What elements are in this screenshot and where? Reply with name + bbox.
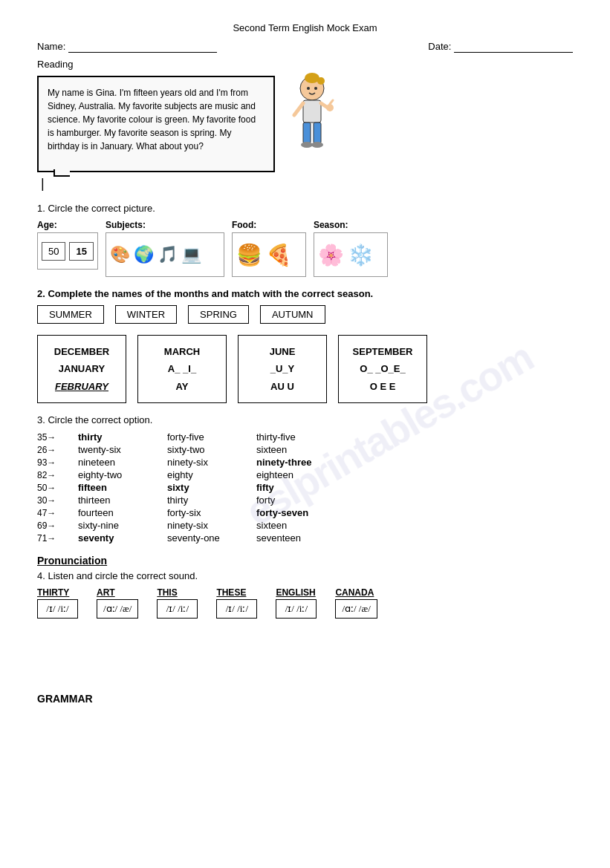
opt-47-2[interactable]: forty-six bbox=[167, 507, 256, 518]
opt-50-2[interactable]: sixty bbox=[167, 482, 256, 493]
sound-box-english[interactable]: /ɪ/ /iː/ bbox=[276, 599, 317, 619]
sound-box-this[interactable]: /ɪ/ /iː/ bbox=[157, 599, 198, 619]
season-container: 🌸 ❄️ bbox=[314, 232, 388, 277]
opt-71-1[interactable]: seventy bbox=[78, 532, 167, 544]
svg-line-9 bbox=[330, 100, 333, 104]
num-30: 30→ bbox=[37, 495, 78, 506]
opt-50-3[interactable]: fifty bbox=[256, 482, 274, 493]
month-april: A_ _I_ bbox=[149, 360, 215, 377]
month-jan: JANUARY bbox=[49, 360, 114, 377]
pictures-row: Age: 50 15 Subjects: 🎨 🌍 🎵 💻 Food: 🍔 🍕 bbox=[37, 220, 573, 277]
opt-82-3[interactable]: eighteen bbox=[256, 469, 293, 480]
reading-area: My name is Gina. I'm fifteen years old a… bbox=[37, 76, 573, 192]
month-group-2: MARCH A_ _I_ AY bbox=[137, 335, 227, 403]
seasons-row: SUMMER WINTER SPRING AUTUMN bbox=[37, 305, 573, 324]
name-field[interactable] bbox=[68, 41, 217, 53]
opt-71-2[interactable]: seventy-one bbox=[167, 532, 256, 544]
svg-line-6 bbox=[294, 103, 303, 115]
opt-30-2[interactable]: thirty bbox=[167, 495, 256, 506]
exercise3-title: 3. Circle the correct option. bbox=[37, 414, 573, 425]
opt-30-1[interactable]: thirteen bbox=[78, 495, 167, 506]
svg-point-3 bbox=[307, 87, 310, 90]
age-label: Age: bbox=[37, 220, 57, 230]
date-field[interactable] bbox=[454, 41, 573, 53]
opt-26-3[interactable]: sixteen bbox=[256, 444, 287, 455]
month-sep: SEPTEMBER bbox=[350, 343, 415, 360]
svg-rect-11 bbox=[314, 123, 321, 143]
opt-82-2[interactable]: eighty bbox=[167, 469, 256, 480]
pron-instruction: 4. Listen and circle the correct sound. bbox=[37, 570, 573, 581]
season-group: Season: 🌸 ❄️ bbox=[314, 220, 388, 277]
month-may: AY bbox=[149, 378, 215, 395]
pronunciation-title: Pronunciation bbox=[37, 555, 573, 567]
num-93: 93→ bbox=[37, 457, 78, 468]
option-row-47: 47→ fourteen forty-six forty-seven bbox=[37, 507, 573, 518]
sound-box-art[interactable]: /ɑː/ /æ/ bbox=[97, 599, 138, 619]
exercise1-title: 1. Circle the correct picture. bbox=[37, 203, 573, 214]
num-50: 50→ bbox=[37, 483, 78, 493]
word-this: THIS bbox=[157, 587, 177, 598]
season-autumn[interactable]: AUTUMN bbox=[260, 305, 325, 324]
opt-35-1[interactable]: thirty bbox=[78, 431, 167, 443]
opt-50-1[interactable]: fifteen bbox=[78, 482, 167, 493]
sound-row: THIRTY /ɪ/ /iː/ ART /ɑː/ /æ/ THIS /ɪ/ /i… bbox=[37, 587, 573, 619]
option-row-71: 71→ seventy seventy-one seventeen bbox=[37, 532, 573, 544]
opt-93-3[interactable]: ninety-three bbox=[256, 457, 311, 468]
option-row-30: 30→ thirteen thirty forty bbox=[37, 495, 573, 506]
food-container: 🍔 🍕 bbox=[232, 232, 306, 277]
exercise2: 2. Complete the names of the months and … bbox=[37, 288, 573, 403]
option-row-93: 93→ nineteen ninety-six ninety-three bbox=[37, 457, 573, 468]
food-label: Food: bbox=[232, 220, 256, 230]
reading-label: Reading bbox=[37, 59, 573, 70]
sound-box-canada[interactable]: /ɑː/ /æ/ bbox=[335, 599, 377, 619]
month-march: MARCH bbox=[149, 343, 215, 360]
num-82: 82→ bbox=[37, 470, 78, 480]
months-grid: DECEMBER JANUARY FEBRUARY MARCH A_ _I_ A… bbox=[37, 335, 573, 403]
opt-35-2[interactable]: forty-five bbox=[167, 431, 256, 443]
flower-icon: 🌸 bbox=[318, 243, 344, 267]
opt-69-1[interactable]: sixty-nine bbox=[78, 520, 167, 531]
opt-93-1[interactable]: nineteen bbox=[78, 457, 167, 468]
num-47: 47→ bbox=[37, 508, 78, 518]
season-summer[interactable]: SUMMER bbox=[37, 305, 104, 324]
option-row-50: 50→ fifteen sixty fifty bbox=[37, 482, 573, 493]
cursor-indicator: | bbox=[37, 176, 45, 192]
exercise2-title: 2. Complete the names of the months and … bbox=[37, 288, 573, 299]
opt-47-1[interactable]: fourteen bbox=[78, 507, 167, 518]
svg-point-2 bbox=[317, 77, 325, 85]
season-winter[interactable]: WINTER bbox=[115, 305, 177, 324]
svg-rect-10 bbox=[303, 123, 311, 143]
grammar-section: GRAMMAR bbox=[37, 633, 573, 705]
name-label: Name: bbox=[37, 41, 217, 53]
svg-point-13 bbox=[311, 142, 323, 148]
num-35: 35→ bbox=[37, 432, 78, 443]
month-july: _U_Y bbox=[250, 360, 315, 377]
music-icon: 🎵 bbox=[158, 245, 178, 264]
opt-69-3[interactable]: sixteen bbox=[256, 520, 287, 531]
exercise3: 3. Circle the correct option. 35→ thirty… bbox=[37, 414, 573, 544]
sound-box-these[interactable]: /ɪ/ /iː/ bbox=[216, 599, 257, 619]
word-english: ENGLISH bbox=[276, 587, 315, 598]
opt-26-1[interactable]: twenty-six bbox=[78, 444, 167, 455]
opt-47-3[interactable]: forty-seven bbox=[256, 507, 308, 518]
option-row-35: 35→ thirty forty-five thirty-five bbox=[37, 431, 573, 443]
opt-35-3[interactable]: thirty-five bbox=[256, 431, 296, 443]
num-69: 69→ bbox=[37, 521, 78, 531]
word-these: THESE bbox=[216, 587, 246, 598]
season-spring[interactable]: SPRING bbox=[188, 305, 249, 324]
age-15[interactable]: 15 bbox=[69, 242, 93, 261]
opt-82-1[interactable]: eighty-two bbox=[78, 469, 167, 480]
num-71: 71→ bbox=[37, 533, 78, 544]
opt-26-2[interactable]: sixty-two bbox=[167, 444, 256, 455]
opt-93-2[interactable]: ninety-six bbox=[167, 457, 256, 468]
word-thirty: THIRTY bbox=[37, 587, 69, 598]
sound-box-thirty[interactable]: /ɪ/ /iː/ bbox=[37, 599, 78, 619]
opt-69-2[interactable]: ninety-six bbox=[167, 520, 256, 531]
sound-thirty: THIRTY /ɪ/ /iː/ bbox=[37, 587, 78, 619]
age-50[interactable]: 50 bbox=[42, 242, 65, 261]
exercise1: 1. Circle the correct picture. Age: 50 1… bbox=[37, 203, 573, 277]
opt-30-3[interactable]: forty bbox=[256, 495, 275, 506]
svg-point-12 bbox=[301, 142, 313, 148]
opt-71-3[interactable]: seventeen bbox=[256, 532, 301, 544]
month-aug: AU U bbox=[250, 378, 315, 395]
